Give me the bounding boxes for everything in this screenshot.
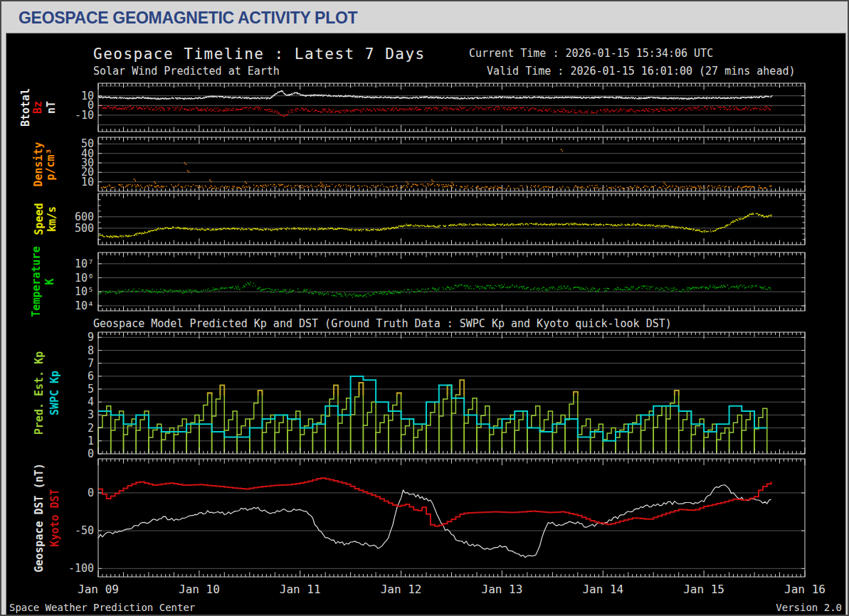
pred-kp-segment: [338, 398, 351, 453]
y-tick-label: 10⁵: [75, 285, 94, 298]
page-title: GEOSPACE GEOMAGNETIC ACTIVITY PLOT: [19, 9, 357, 28]
pred-kp-segment: [351, 383, 364, 453]
panel-border: [98, 193, 805, 245]
axis-label-bz: Bz: [31, 101, 44, 114]
y-tick-label: -50: [75, 524, 94, 537]
y-tick-label: 500: [75, 222, 94, 235]
outlier-dot: [134, 179, 136, 181]
x-axis-day-label: Jan 14: [582, 583, 623, 596]
pred-kp-segment: [704, 424, 717, 453]
axis-label-temperature: Temperature: [30, 246, 43, 317]
outlier-dot: [187, 171, 189, 172]
axis-label-swpc-kp: SWPC Kp: [48, 371, 61, 415]
x-axis-day-label: Jan 10: [179, 583, 220, 596]
solar-wind-section-title: Solar Wind Predicted at Earth: [93, 65, 280, 78]
y-tick-label: 2: [88, 422, 94, 435]
pred-kp-segment: [729, 415, 742, 453]
pred-kp-segment: [376, 415, 389, 453]
panel-density: 5040302010Densityp/cm³: [32, 137, 805, 191]
pred-kp-segment: [174, 419, 186, 453]
y-tick-label: 10⁷: [75, 257, 94, 270]
panel-temp: 10⁷10⁶10⁵10⁴TemperatureK: [30, 246, 805, 317]
y-tick-label: 3: [88, 408, 94, 421]
y-tick-label: -10: [75, 109, 94, 122]
pred-kp-segment: [300, 419, 313, 453]
pred-kp-segment: [666, 391, 679, 453]
x-axis-labels: Jan 09Jan 10Jan 11Jan 12Jan 13Jan 14Jan …: [78, 583, 826, 596]
pred-kp-segment: [616, 424, 628, 453]
y-tick-marks: [98, 264, 805, 306]
geospace-plot: Geospace Timeline : Latest 7 Days Curren…: [6, 33, 845, 615]
pred-kp-segment: [186, 415, 199, 453]
pred-kp-segment: [98, 406, 111, 453]
axis-label-k: K: [43, 278, 56, 285]
pred-kp-segment: [439, 386, 452, 454]
axis-label-pred-est-kp: Pred. Est. Kp: [33, 351, 46, 435]
plot-box: Geospace Timeline : Latest 7 Days Curren…: [6, 33, 846, 616]
y-tick-label: 8: [88, 344, 94, 357]
geospace-dst-line: [98, 485, 771, 558]
panel-dst: 0-50-100Geospace DST (nT)Kyoto DST: [33, 459, 805, 577]
pred-kp-segment: [452, 380, 465, 453]
panel-speed: 600500Speedkm/s: [33, 193, 805, 245]
axis-label-nt: nT: [45, 101, 58, 114]
pred-kp-high-segment: [675, 391, 679, 395]
x-axis-day-label: Jan 11: [280, 583, 321, 596]
x-axis-day-label: Jan 09: [78, 583, 119, 596]
pred-kp-segment: [502, 415, 515, 453]
axis-label-speed: Speed: [33, 203, 46, 235]
y-tick-label: 5: [88, 383, 94, 395]
pred-kp-high-segment: [334, 386, 338, 396]
swpc-kp-step-line: [98, 376, 767, 441]
y-tick-label: 7: [88, 357, 94, 370]
panel-kp: 9876543210Pred. Est. KpSWPC Kp: [33, 331, 805, 460]
footer-agency-label: Space Weather Prediction Center: [9, 602, 195, 613]
pred-kp-segment: [312, 415, 325, 453]
time-tick-marks: [98, 253, 805, 311]
x-axis-day-label: Jan 12: [381, 583, 422, 596]
series-btotal: [98, 91, 773, 100]
valid-time-label: Valid Time : 2026-01-15 16:01:00 (27 min…: [487, 65, 795, 78]
pred-kp-segment: [401, 419, 414, 453]
pred-kp-segment: [212, 386, 225, 454]
outlier-dot: [452, 183, 454, 184]
axis-label-btotal: Btotal: [19, 88, 32, 127]
series-bz: [98, 105, 771, 116]
y-tick-label: 10⁴: [75, 299, 94, 312]
outlier-dot: [320, 183, 322, 184]
chart-panels: 100-10BtotalBznT5040302010Densityp/cm³60…: [19, 83, 805, 577]
pred-kp-high-segment: [208, 393, 212, 396]
x-axis-day-label: Jan 13: [482, 583, 523, 596]
pred-kp-segment: [628, 415, 641, 453]
pred-kp-segment: [552, 415, 565, 453]
pred-kp-segment: [224, 411, 237, 453]
pred-kp-segment: [325, 386, 338, 454]
pred-kp-segment: [464, 398, 477, 453]
pred-kp-high-segment: [220, 386, 224, 396]
pred-kp-segment: [578, 419, 591, 453]
pred-kp-high-segment: [397, 393, 401, 396]
y-tick-marks: [98, 200, 805, 240]
pred-kp-segment: [653, 406, 666, 453]
axis-label-density: Density: [32, 142, 45, 186]
y-tick-label: 6: [88, 370, 94, 383]
outlier-dot: [663, 183, 665, 184]
y-tick-label: 4: [88, 395, 94, 408]
y-tick-label: 10: [81, 176, 94, 188]
panel-border: [98, 253, 805, 311]
pred-kp-segment: [288, 411, 300, 453]
pred-kp-segment: [237, 419, 250, 453]
panel-bfield: 100-10BtotalBznT: [19, 83, 805, 132]
time-tick-marks: [98, 459, 805, 577]
axis-label-kyoto-dst: Kyoto DST: [48, 489, 61, 546]
current-time-label: Current Time : 2026-01-15 15:34:06 UTC: [469, 47, 713, 60]
pred-kp-segment: [679, 411, 692, 453]
pred-kp-segment: [136, 411, 149, 453]
y-tick-label: 0: [88, 487, 94, 499]
outlier-dot: [431, 180, 433, 181]
pred-kp-segment: [641, 411, 654, 453]
pred-kp-segment: [477, 406, 490, 453]
pred-kp-segment: [275, 415, 288, 453]
pred-kp-segment: [591, 424, 603, 453]
y-tick-label: -100: [68, 562, 94, 575]
